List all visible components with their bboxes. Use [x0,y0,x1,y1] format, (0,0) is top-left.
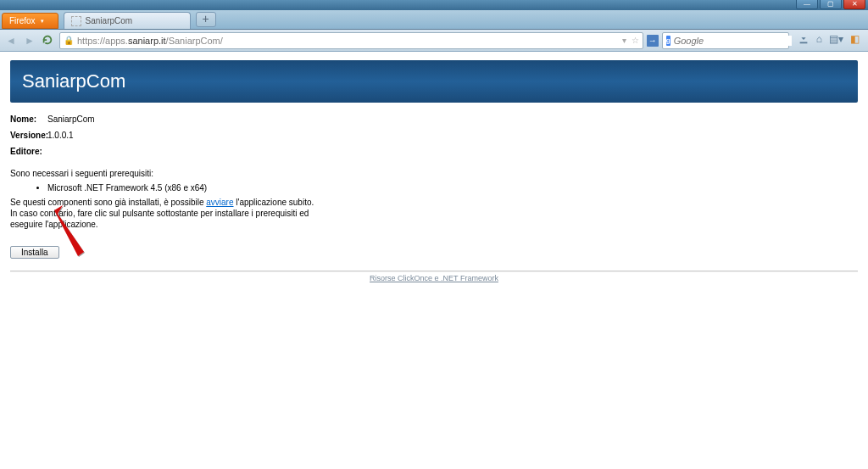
footer-separator [10,271,858,271]
feed-button[interactable]: ◧ [850,33,860,47]
launch-paragraph: Se questi componenti sono già installati… [10,197,315,230]
version-value: 1.0.0.1 [47,131,74,140]
prereq-intro: Sono necessari i seguenti prerequisiti: [10,168,315,179]
install-button[interactable]: Installa [10,246,59,259]
download-icon [798,36,810,47]
name-label: Nome: [10,114,47,124]
downloads-button[interactable] [798,33,810,47]
reload-icon [42,34,55,47]
refresh-dropdown-icon[interactable]: ▾ [622,36,626,45]
lock-icon: 🔒 [64,36,74,45]
bookmarks-menu-button[interactable]: ▤▾ [829,33,843,47]
version-label: Versione: [10,131,47,140]
window-titlebar: — ▢ ✕ [0,0,868,10]
page-content: SaniarpCom Nome: SaniarpCom Versione: 1.… [0,52,868,291]
window-minimize-button[interactable]: — [796,0,818,9]
prereq-item: Microsoft .NET Framework 4.5 (x86 e x64) [47,183,858,193]
prerequisites-section: Sono necessari i seguenti prerequisiti: … [10,168,858,230]
tab-bar: Firefox SaniarpCom + [0,10,868,30]
firefox-menu-label: Firefox [9,16,36,25]
back-button[interactable]: ◄ [3,33,19,48]
search-box[interactable]: g [662,32,789,49]
url-text: https://apps.saniarp.it/SaniarpCom/ [77,36,619,46]
window-close-button[interactable]: ✕ [843,0,865,9]
browser-tab[interactable]: SaniarpCom [64,12,191,29]
toolbar: ◄ ► 🔒 https://apps.saniarp.it/SaniarpCom… [0,30,868,52]
publisher-label: Editore: [10,147,47,156]
bookmark-star-icon[interactable]: ☆ [632,36,639,45]
new-tab-button[interactable]: + [196,12,216,27]
home-button[interactable]: ⌂ [816,33,822,47]
google-icon: g [666,36,670,46]
search-input[interactable] [674,36,792,46]
favicon-placeholder-icon [71,16,81,26]
page-title: SaniarpCom [10,60,858,103]
window-maximize-button[interactable]: ▢ [820,0,842,9]
tab-title: SaniarpCom [86,16,133,25]
reload-button[interactable] [41,33,56,48]
search-go-button[interactable]: → [647,35,659,47]
forward-button[interactable]: ► [22,33,37,48]
name-value: SaniarpCom [47,114,95,124]
footer-link[interactable]: Risorse ClickOnce e .NET Framework [370,274,498,282]
address-bar[interactable]: 🔒 https://apps.saniarp.it/SaniarpCom/ ▾ … [59,32,643,49]
launch-link[interactable]: avviare [206,198,233,207]
firefox-menu-button[interactable]: Firefox [2,13,58,29]
app-info: Nome: SaniarpCom Versione: 1.0.0.1 Edito… [10,114,858,156]
